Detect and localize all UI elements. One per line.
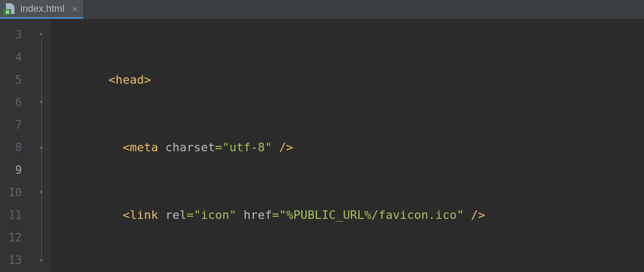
fold-gutter[interactable] — [32, 19, 50, 272]
fold-guide — [32, 204, 50, 226]
line-number: 8 — [0, 136, 22, 159]
html-file-icon: H — [4, 3, 16, 14]
line-number: 5 — [0, 69, 22, 91]
line-number: 7 — [0, 114, 22, 136]
fold-guide — [32, 69, 50, 91]
fold-toggle-icon[interactable] — [32, 181, 50, 204]
code-content[interactable]: <head> <meta charset="utf-8" /> <link re… — [50, 19, 644, 272]
line-number: 13 — [0, 249, 22, 271]
editor-tab[interactable]: H index.html × — [0, 0, 83, 19]
line-number: 6 — [0, 91, 22, 114]
fold-guide — [32, 114, 50, 136]
line-number-gutter[interactable]: 3 4 5 6 7 8 9 10 11 12 13 — [0, 19, 32, 272]
tab-bar: H index.html × — [0, 0, 644, 19]
fold-guide — [32, 159, 50, 181]
line-number: 10 — [0, 181, 22, 204]
fold-guide — [32, 46, 50, 69]
code-line[interactable]: <head> — [50, 69, 644, 91]
line-number: 11 — [0, 204, 22, 226]
fold-end-icon[interactable] — [32, 249, 50, 271]
fold-toggle-icon[interactable] — [32, 24, 50, 46]
code-line[interactable]: <meta charset="utf-8" /> — [50, 136, 644, 159]
line-number: 12 — [0, 226, 22, 249]
line-number-current: 9 — [0, 159, 22, 181]
fold-toggle-icon[interactable] — [32, 91, 50, 114]
code-line[interactable]: <link rel="icon" href="%PUBLIC_URL%/favi… — [50, 204, 644, 226]
line-number: 3 — [0, 24, 22, 46]
line-number: 4 — [0, 46, 22, 69]
fold-guide — [32, 226, 50, 249]
close-icon[interactable]: × — [72, 3, 78, 14]
fold-end-icon[interactable] — [32, 136, 50, 159]
editor-area: 3 4 5 6 7 8 9 10 11 12 13 — [0, 19, 644, 272]
tab-filename: index.html — [20, 3, 64, 14]
